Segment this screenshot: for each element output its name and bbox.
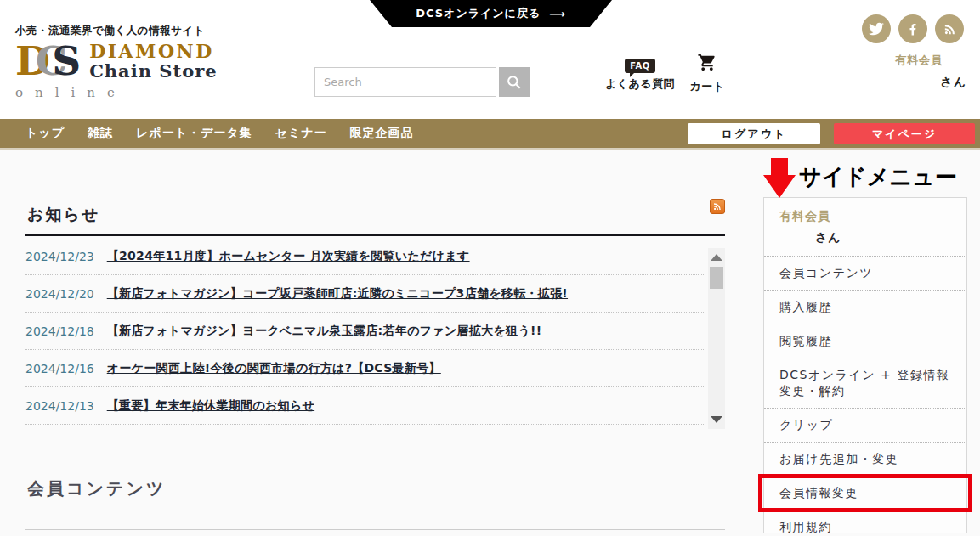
page: 小売・流通業界で働く人の情報サイト DCS DIAMOND Chain Stor…: [0, 0, 980, 536]
member-status-label: 有料会員: [895, 53, 966, 68]
member-name: さん: [895, 75, 966, 90]
news-item: 2024/12/13 【重要】年末年始休業期間のお知らせ: [25, 387, 704, 425]
nav-item[interactable]: 限定企画品: [350, 126, 414, 141]
sidebar-menu: 会員コンテンツ 購入履歴 閲覧履歴 DCSオンライン + 登録情報変更・解約 ク…: [764, 256, 966, 536]
facebook-icon[interactable]: [898, 14, 927, 43]
search-button[interactable]: [499, 67, 530, 97]
sidebar-member-status: 有料会員: [779, 209, 951, 224]
news-link[interactable]: オーケー関西上陸!今後の関西市場の行方は?【DCS最新号】: [107, 361, 441, 376]
site-logo[interactable]: DCS DIAMOND Chain Store online: [15, 39, 218, 100]
news-date: 2024/12/16: [25, 362, 94, 375]
side-menu-annotation: サイドメニュー: [799, 162, 957, 192]
news-link[interactable]: 【重要】年末年始休業期間のお知らせ: [107, 398, 314, 414]
sidebar-item[interactable]: クリップ: [764, 408, 966, 442]
news-item: 2024/12/18 【新店フォトマガジン】ヨークベニマル泉玉露店:若年のファン…: [25, 313, 704, 350]
nav-item[interactable]: セミナー: [275, 126, 327, 141]
faq-label: よくある質問: [599, 76, 681, 92]
sidebar-item[interactable]: DCSオンライン + 登録情報変更・解約: [764, 358, 966, 408]
logout-button[interactable]: ログアウト: [688, 123, 820, 144]
search-icon: [506, 74, 523, 91]
nav-item[interactable]: レポート・データ集: [136, 126, 252, 141]
faq-speech-bubble-icon: FAQ: [625, 59, 654, 73]
cart-link[interactable]: カート: [683, 53, 731, 94]
sidebar-item[interactable]: お届け先追加・変更: [764, 442, 966, 476]
right-arrow-icon: ⟶: [549, 8, 566, 20]
search-input[interactable]: [315, 68, 496, 96]
nav-item[interactable]: 雑誌: [88, 126, 113, 141]
cart-icon: [697, 53, 717, 72]
search-box: [314, 67, 496, 97]
news-section-title: お知らせ: [27, 204, 99, 226]
dcs-logo-mark: DCS: [15, 39, 81, 83]
logo-text: DIAMOND Chain Store: [89, 39, 217, 82]
social-links: [862, 14, 964, 43]
scroll-thumb[interactable]: [710, 267, 723, 289]
news-link[interactable]: 【新店フォトマガジン】コープ坂戸薬師町店:近隣のミニコープ3店舗を移転・拡張!: [107, 286, 568, 302]
side-menu: 有料会員 さん 会員コンテンツ 購入履歴 閲覧履歴 DCSオンライン + 登録情…: [763, 197, 967, 533]
news-scrollbar[interactable]: [708, 248, 725, 429]
faq-link[interactable]: FAQ よくある質問: [599, 56, 681, 92]
news-link[interactable]: 【2024年11月度】ホームセンター 月次実績を閲覧いただけます: [107, 249, 470, 264]
main-nav: トップ 雑誌 レポート・データ集 セミナー 限定企画品 ログアウト マイページ: [0, 119, 980, 150]
news-date: 2024/12/13: [25, 399, 94, 413]
sidebar-item[interactable]: 利用規約: [764, 510, 966, 536]
twitter-icon[interactable]: [862, 14, 891, 43]
logo-chain-store: Chain Store: [89, 61, 217, 82]
back-to-dcs-online-banner[interactable]: DCSオンラインに戻る ⟶: [370, 0, 612, 27]
site-tagline: 小売・流通業界で働く人の情報サイト: [15, 24, 205, 38]
member-status-block: 有料会員 さん: [895, 53, 966, 90]
mypage-button[interactable]: マイページ: [834, 123, 975, 144]
sidebar-item[interactable]: 会員情報変更: [764, 476, 966, 510]
member-section-divider: [25, 529, 725, 530]
cart-label: カート: [683, 79, 731, 94]
rss-icon[interactable]: [935, 14, 964, 43]
rss-feed-icon[interactable]: [710, 199, 725, 214]
site-header: 小売・流通業界で働く人の情報サイト DCS DIAMOND Chain Stor…: [0, 0, 980, 119]
logo-online: online: [15, 85, 218, 100]
scroll-down-icon[interactable]: [711, 416, 722, 423]
sidebar-member-name: さん: [779, 230, 951, 245]
member-content-section-title: 会員コンテンツ: [27, 477, 166, 500]
back-banner-label: DCSオンラインに戻る: [416, 6, 541, 21]
news-date: 2024/12/23: [25, 250, 94, 263]
news-item: 2024/12/20 【新店フォトマガジン】コープ坂戸薬師町店:近隣のミニコープ…: [25, 275, 704, 313]
news-date: 2024/12/18: [25, 324, 94, 338]
news-item: 2024/12/16 オーケー関西上陸!今後の関西市場の行方は?【DCS最新号】: [25, 350, 704, 387]
news-heading-divider: [25, 234, 725, 236]
logo-diamond: DIAMOND: [89, 41, 217, 61]
logo-row: DCS DIAMOND Chain Store: [15, 39, 218, 83]
sidebar-item[interactable]: 購入履歴: [764, 290, 966, 324]
sidebar-member-block: 有料会員 さん: [764, 198, 966, 256]
sidebar-item[interactable]: 会員コンテンツ: [764, 256, 966, 290]
news-link[interactable]: 【新店フォトマガジン】ヨークベニマル泉玉露店:若年のファン層拡大を狙う!!: [107, 324, 542, 339]
scroll-up-icon[interactable]: [711, 254, 722, 261]
logo-letter-s: S: [52, 37, 81, 84]
sidebar-item[interactable]: 閲覧履歴: [764, 324, 966, 358]
news-item: 2024/12/23 【2024年11月度】ホームセンター 月次実績を閲覧いただ…: [25, 238, 704, 275]
red-down-arrow-icon: [763, 158, 796, 198]
nav-item[interactable]: トップ: [25, 126, 65, 141]
news-date: 2024/12/20: [25, 287, 94, 301]
news-list: 2024/12/23 【2024年11月度】ホームセンター 月次実績を閲覧いただ…: [25, 238, 704, 425]
